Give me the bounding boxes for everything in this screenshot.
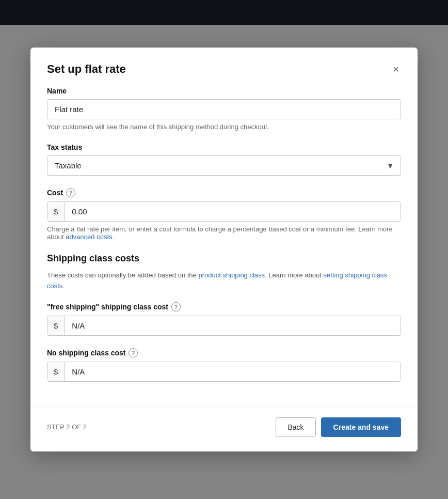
- back-button[interactable]: Back: [276, 417, 315, 437]
- free-shipping-label: "free shipping" shipping class cost ?: [47, 302, 401, 311]
- shipping-class-intro: These costs can optionally be added base…: [47, 270, 401, 292]
- cost-help-icon: ?: [66, 188, 75, 197]
- cost-input-wrapper: $: [47, 201, 401, 222]
- no-shipping-label: No shipping class cost ?: [47, 348, 401, 357]
- footer-buttons: Back Create and save: [276, 417, 401, 437]
- name-field-group: Name Your customers will see the name of…: [47, 87, 401, 131]
- tax-status-field-group: Tax status Taxable None ▼: [47, 143, 401, 176]
- free-shipping-currency-symbol: $: [47, 316, 65, 335]
- tax-status-wrapper: Taxable None ▼: [47, 155, 401, 176]
- cost-label: Cost ?: [47, 188, 401, 197]
- modal-body: Name Your customers will see the name of…: [30, 87, 418, 407]
- step-indicator: STEP 2 OF 2: [47, 423, 87, 431]
- tax-status-label: Tax status: [47, 143, 401, 151]
- name-input[interactable]: [47, 99, 401, 119]
- cost-input[interactable]: [65, 202, 401, 221]
- tax-status-select[interactable]: Taxable None: [47, 155, 401, 176]
- modal-header: Set up flat rate ×: [30, 48, 418, 87]
- no-shipping-help-icon: ?: [129, 348, 138, 357]
- name-label: Name: [47, 87, 401, 95]
- shipping-class-section: Shipping class costs These costs can opt…: [47, 253, 401, 382]
- close-button[interactable]: ×: [391, 62, 401, 76]
- name-hint: Your customers will see the name of this…: [47, 123, 401, 131]
- modal-footer: STEP 2 OF 2 Back Create and save: [30, 407, 418, 451]
- cost-field-group: Cost ? $ Charge a flat rate per item, or…: [47, 188, 401, 241]
- free-shipping-field-group: "free shipping" shipping class cost ? $: [47, 302, 401, 336]
- no-shipping-currency-symbol: $: [47, 362, 65, 381]
- no-shipping-field-group: No shipping class cost ? $: [47, 348, 401, 382]
- cost-hint: Charge a flat rate per item, or enter a …: [47, 225, 401, 241]
- product-shipping-class-link[interactable]: product shipping class: [198, 271, 265, 279]
- free-shipping-input-wrapper: $: [47, 316, 401, 336]
- modal-overlay: Set up flat rate × Name Your customers w…: [0, 0, 448, 499]
- free-shipping-input[interactable]: [65, 316, 401, 335]
- no-shipping-input[interactable]: [65, 362, 401, 381]
- free-shipping-help-icon: ?: [171, 302, 181, 311]
- no-shipping-input-wrapper: $: [47, 362, 401, 382]
- create-and-save-button[interactable]: Create and save: [321, 417, 401, 437]
- modal-title: Set up flat rate: [47, 63, 126, 76]
- modal-dialog: Set up flat rate × Name Your customers w…: [30, 48, 418, 451]
- cost-currency-symbol: $: [47, 202, 65, 221]
- advanced-costs-link[interactable]: advanced costs: [66, 233, 112, 241]
- shipping-class-heading: Shipping class costs: [47, 253, 401, 264]
